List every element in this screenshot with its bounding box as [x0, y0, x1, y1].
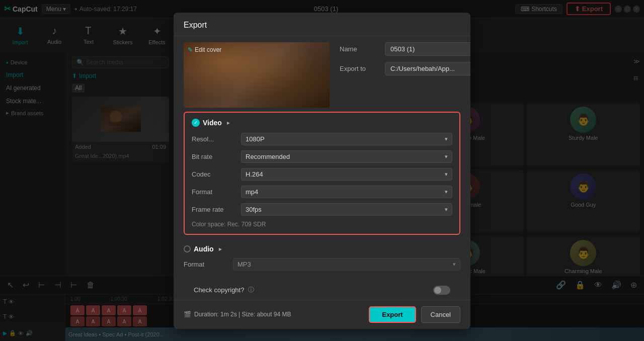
name-label: Name — [340, 45, 380, 53]
audio-section-title: Audio — [194, 245, 214, 253]
footer-buttons: Export Cancel — [369, 306, 460, 323]
modal-header: Export — [174, 13, 470, 36]
codec-label: Codec — [192, 170, 237, 178]
modal-cover-section: ✎ Edit cover — [184, 36, 330, 108]
duration-size-label: Duration: 1m 2s | Size: about 94 MB — [194, 311, 291, 318]
video-section-arrow-icon: ▸ — [227, 119, 230, 126]
format-row: Format mp4 ▾ — [192, 186, 452, 198]
copyright-row: Check copyright? ⓘ — [184, 281, 460, 300]
video-section: ✓ Video ▸ Resol... 1080P ▾ Bit rate Reco… — [184, 112, 460, 235]
codec-row: Codec H.264 ▾ — [192, 168, 452, 181]
format-select[interactable]: mp4 ▾ — [241, 186, 452, 198]
modal-cancel-btn[interactable]: Cancel — [421, 306, 460, 323]
modal-settings: Name Export to 📁 — [340, 36, 470, 108]
modal-cancel-label: Cancel — [431, 311, 451, 318]
audio-section-arrow-icon: ▸ — [219, 245, 222, 252]
audio-section: Audio ▸ Format MP3 ▾ — [184, 240, 460, 281]
format-value: mp4 — [246, 188, 258, 196]
codec-chevron-icon: ▾ — [445, 171, 448, 178]
export-modal: Export ✎ Edit cover Name — [174, 13, 470, 329]
modal-footer: 🎬 Duration: 1m 2s | Size: about 94 MB Ex… — [174, 300, 470, 329]
resolution-chevron-icon: ▾ — [445, 136, 448, 142]
cover-area[interactable]: ✎ Edit cover — [184, 42, 330, 108]
framerate-row: Frame rate 30fps ▾ — [192, 203, 452, 216]
cover-edit-label: ✎ Edit cover — [188, 46, 221, 53]
edit-icon: ✎ — [188, 46, 193, 53]
modal-body: ✎ Edit cover Name Export to 📁 — [174, 36, 470, 108]
video-check-icon[interactable]: ✓ — [192, 119, 200, 127]
resolution-value: 1080P — [246, 135, 265, 143]
codec-select[interactable]: H.264 ▾ — [241, 168, 452, 181]
modal-scroll-area: ✓ Video ▸ Resol... 1080P ▾ Bit rate Reco… — [174, 108, 470, 300]
color-space-label: Color space: Rec. 709 SDR — [192, 221, 452, 228]
cover-edit-text: Edit cover — [195, 46, 221, 53]
modal-export-btn[interactable]: Export — [369, 306, 416, 323]
format-label: Format — [192, 188, 237, 196]
bitrate-row: Bit rate Recommended ▾ — [192, 150, 452, 163]
resolution-select[interactable]: 1080P ▾ — [241, 133, 452, 145]
export-modal-overlay: Export ✎ Edit cover Name — [0, 0, 644, 341]
modal-title: Export — [184, 21, 207, 29]
format-chevron-icon: ▾ — [445, 189, 448, 195]
export-to-row: Export to 📁 — [340, 62, 470, 75]
toggle-knob — [434, 287, 441, 294]
video-section-title: Video — [203, 119, 222, 127]
modal-export-label: Export — [382, 311, 403, 318]
copyright-label: Check copyright? — [194, 286, 244, 294]
copyright-info-icon: ⓘ — [248, 286, 254, 294]
video-section-header: ✓ Video ▸ — [192, 119, 452, 127]
audio-format-chevron-icon: ▾ — [453, 261, 456, 268]
export-path-input[interactable] — [385, 62, 470, 75]
bitrate-value: Recommended — [246, 153, 290, 160]
footer-info: 🎬 Duration: 1m 2s | Size: about 94 MB — [184, 311, 291, 318]
audio-section-header: Audio ▸ — [184, 245, 460, 253]
name-row: Name — [340, 42, 470, 56]
resolution-row: Resol... 1080P ▾ — [192, 133, 452, 145]
bitrate-select[interactable]: Recommended ▾ — [241, 150, 452, 163]
bitrate-chevron-icon: ▾ — [445, 153, 448, 160]
framerate-value: 30fps — [246, 206, 262, 213]
framerate-label: Frame rate — [192, 206, 237, 213]
audio-format-label: Format — [184, 261, 229, 268]
export-to-label: Export to — [340, 65, 380, 72]
audio-check-icon[interactable] — [184, 245, 191, 252]
framerate-select[interactable]: 30fps ▾ — [241, 203, 452, 216]
film-icon: 🎬 — [184, 311, 191, 318]
codec-value: H.264 — [246, 170, 263, 178]
audio-format-select[interactable]: MP3 ▾ — [233, 258, 460, 271]
copyright-toggle[interactable] — [433, 286, 450, 295]
bitrate-label: Bit rate — [192, 153, 237, 160]
framerate-chevron-icon: ▾ — [445, 206, 448, 213]
name-input[interactable] — [385, 42, 470, 56]
audio-format-value: MP3 — [237, 261, 251, 268]
resolution-label: Resol... — [192, 135, 237, 143]
audio-format-row: Format MP3 ▾ — [184, 258, 460, 271]
